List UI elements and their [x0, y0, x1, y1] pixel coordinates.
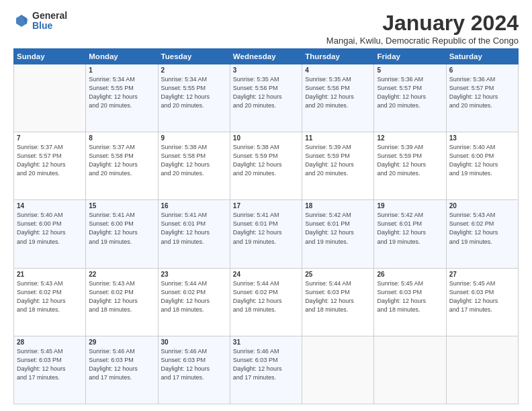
calendar-cell: 10Sunrise: 5:38 AM Sunset: 5:59 PM Dayli…: [230, 132, 302, 200]
day-info: Sunrise: 5:38 AM Sunset: 5:59 PM Dayligh…: [233, 143, 299, 178]
calendar-cell: 19Sunrise: 5:42 AM Sunset: 6:01 PM Dayli…: [374, 200, 446, 268]
day-info: Sunrise: 5:43 AM Sunset: 6:02 PM Dayligh…: [17, 279, 83, 314]
day-info: Sunrise: 5:36 AM Sunset: 5:57 PM Dayligh…: [449, 75, 515, 110]
day-number: 20: [449, 202, 515, 210]
logo: General Blue: [13, 11, 67, 32]
day-number: 19: [377, 202, 443, 210]
day-info: Sunrise: 5:35 AM Sunset: 5:56 PM Dayligh…: [305, 75, 371, 110]
day-number: 17: [233, 202, 299, 210]
day-info: Sunrise: 5:41 AM Sunset: 6:01 PM Dayligh…: [161, 211, 227, 246]
day-info: Sunrise: 5:41 AM Sunset: 6:00 PM Dayligh…: [89, 211, 154, 246]
day-number: 18: [305, 202, 371, 210]
calendar-cell: 23Sunrise: 5:44 AM Sunset: 6:02 PM Dayli…: [158, 268, 230, 336]
day-info: Sunrise: 5:41 AM Sunset: 6:01 PM Dayligh…: [233, 211, 299, 246]
calendar-cell: 21Sunrise: 5:43 AM Sunset: 6:02 PM Dayli…: [14, 268, 86, 336]
day-number: 1: [89, 66, 154, 74]
calendar-cell: [446, 336, 518, 404]
day-number: 10: [233, 134, 299, 142]
day-number: 12: [377, 134, 443, 142]
title-block: January 2024 Mangai, Kwilu, Democratic R…: [326, 11, 519, 46]
calendar-cell: 31Sunrise: 5:46 AM Sunset: 6:03 PM Dayli…: [230, 336, 302, 404]
day-number: 13: [449, 134, 515, 142]
weekday-header: Wednesday: [230, 49, 302, 64]
calendar-cell: [374, 336, 446, 404]
calendar-cell: 26Sunrise: 5:45 AM Sunset: 6:03 PM Dayli…: [374, 268, 446, 336]
day-info: Sunrise: 5:37 AM Sunset: 5:57 PM Dayligh…: [17, 143, 83, 178]
day-number: 28: [17, 338, 83, 346]
day-number: 2: [161, 66, 227, 74]
day-number: 9: [161, 134, 227, 142]
calendar-cell: 3Sunrise: 5:35 AM Sunset: 5:56 PM Daylig…: [230, 64, 302, 132]
calendar-cell: 4Sunrise: 5:35 AM Sunset: 5:56 PM Daylig…: [302, 64, 374, 132]
calendar-cell: 7Sunrise: 5:37 AM Sunset: 5:57 PM Daylig…: [14, 132, 86, 200]
calendar-week-row: 1Sunrise: 5:34 AM Sunset: 5:55 PM Daylig…: [14, 64, 519, 132]
day-number: 25: [305, 271, 371, 278]
calendar-week-row: 7Sunrise: 5:37 AM Sunset: 5:57 PM Daylig…: [14, 132, 519, 200]
day-info: Sunrise: 5:45 AM Sunset: 6:03 PM Dayligh…: [377, 279, 443, 314]
calendar-cell: 15Sunrise: 5:41 AM Sunset: 6:00 PM Dayli…: [86, 200, 158, 268]
day-info: Sunrise: 5:34 AM Sunset: 5:55 PM Dayligh…: [89, 75, 154, 110]
calendar-cell: 17Sunrise: 5:41 AM Sunset: 6:01 PM Dayli…: [230, 200, 302, 268]
weekday-header: Tuesday: [158, 49, 230, 64]
day-info: Sunrise: 5:36 AM Sunset: 5:57 PM Dayligh…: [377, 75, 443, 110]
day-info: Sunrise: 5:39 AM Sunset: 5:59 PM Dayligh…: [305, 143, 371, 178]
weekday-header: Monday: [86, 49, 158, 64]
calendar-cell: 6Sunrise: 5:36 AM Sunset: 5:57 PM Daylig…: [446, 64, 518, 132]
day-info: Sunrise: 5:35 AM Sunset: 5:56 PM Dayligh…: [233, 75, 299, 110]
logo-blue: Blue: [32, 21, 67, 31]
day-info: Sunrise: 5:42 AM Sunset: 6:01 PM Dayligh…: [305, 211, 371, 246]
day-number: 31: [233, 338, 299, 346]
calendar-cell: 8Sunrise: 5:37 AM Sunset: 5:58 PM Daylig…: [86, 132, 158, 200]
calendar-cell: 12Sunrise: 5:39 AM Sunset: 5:59 PM Dayli…: [374, 132, 446, 200]
day-info: Sunrise: 5:46 AM Sunset: 6:03 PM Dayligh…: [161, 347, 227, 382]
header: General Blue January 2024 Mangai, Kwilu,…: [13, 11, 519, 46]
weekday-header: Friday: [374, 49, 446, 64]
day-number: 14: [17, 202, 83, 210]
day-number: 16: [161, 202, 227, 210]
day-number: 3: [233, 66, 299, 74]
month-year-title: January 2024: [326, 11, 519, 36]
day-info: Sunrise: 5:40 AM Sunset: 6:00 PM Dayligh…: [17, 211, 83, 246]
calendar-cell: [14, 64, 86, 132]
calendar-cell: 24Sunrise: 5:44 AM Sunset: 6:02 PM Dayli…: [230, 268, 302, 336]
day-info: Sunrise: 5:44 AM Sunset: 6:03 PM Dayligh…: [305, 279, 371, 314]
day-info: Sunrise: 5:43 AM Sunset: 6:02 PM Dayligh…: [449, 211, 515, 246]
calendar-cell: 29Sunrise: 5:46 AM Sunset: 6:03 PM Dayli…: [86, 336, 158, 404]
day-info: Sunrise: 5:44 AM Sunset: 6:02 PM Dayligh…: [233, 279, 299, 314]
weekday-header: Sunday: [14, 49, 86, 64]
day-info: Sunrise: 5:40 AM Sunset: 6:00 PM Dayligh…: [449, 143, 515, 178]
day-number: 23: [161, 271, 227, 278]
calendar-week-row: 21Sunrise: 5:43 AM Sunset: 6:02 PM Dayli…: [14, 268, 519, 336]
day-number: 4: [305, 66, 371, 74]
day-info: Sunrise: 5:44 AM Sunset: 6:02 PM Dayligh…: [161, 279, 227, 314]
calendar-cell: 2Sunrise: 5:34 AM Sunset: 5:55 PM Daylig…: [158, 64, 230, 132]
day-number: 24: [233, 271, 299, 278]
weekday-header: Thursday: [302, 49, 374, 64]
calendar-cell: 30Sunrise: 5:46 AM Sunset: 6:03 PM Dayli…: [158, 336, 230, 404]
calendar-table: SundayMondayTuesdayWednesdayThursdayFrid…: [13, 48, 519, 404]
day-info: Sunrise: 5:38 AM Sunset: 5:58 PM Dayligh…: [161, 143, 227, 178]
day-info: Sunrise: 5:45 AM Sunset: 6:03 PM Dayligh…: [449, 279, 515, 314]
header-row: SundayMondayTuesdayWednesdayThursdayFrid…: [14, 49, 519, 64]
calendar-week-row: 14Sunrise: 5:40 AM Sunset: 6:00 PM Dayli…: [14, 200, 519, 268]
day-number: 6: [449, 66, 515, 74]
day-info: Sunrise: 5:43 AM Sunset: 6:02 PM Dayligh…: [89, 279, 154, 314]
day-number: 11: [305, 134, 371, 142]
day-info: Sunrise: 5:45 AM Sunset: 6:03 PM Dayligh…: [17, 347, 83, 382]
calendar-cell: 5Sunrise: 5:36 AM Sunset: 5:57 PM Daylig…: [374, 64, 446, 132]
calendar-cell: 27Sunrise: 5:45 AM Sunset: 6:03 PM Dayli…: [446, 268, 518, 336]
logo-text: General Blue: [32, 11, 67, 32]
day-info: Sunrise: 5:46 AM Sunset: 6:03 PM Dayligh…: [89, 347, 154, 382]
day-number: 22: [89, 271, 154, 278]
day-info: Sunrise: 5:37 AM Sunset: 5:58 PM Dayligh…: [89, 143, 154, 178]
day-info: Sunrise: 5:39 AM Sunset: 5:59 PM Dayligh…: [377, 143, 443, 178]
day-info: Sunrise: 5:46 AM Sunset: 6:03 PM Dayligh…: [233, 347, 299, 382]
day-info: Sunrise: 5:34 AM Sunset: 5:55 PM Dayligh…: [161, 75, 227, 110]
location-subtitle: Mangai, Kwilu, Democratic Republic of th…: [326, 36, 519, 46]
calendar-week-row: 28Sunrise: 5:45 AM Sunset: 6:03 PM Dayli…: [14, 336, 519, 404]
day-number: 30: [161, 338, 227, 346]
day-number: 21: [17, 271, 83, 278]
calendar-cell: 25Sunrise: 5:44 AM Sunset: 6:03 PM Dayli…: [302, 268, 374, 336]
calendar-cell: 16Sunrise: 5:41 AM Sunset: 6:01 PM Dayli…: [158, 200, 230, 268]
calendar-cell: 22Sunrise: 5:43 AM Sunset: 6:02 PM Dayli…: [86, 268, 158, 336]
